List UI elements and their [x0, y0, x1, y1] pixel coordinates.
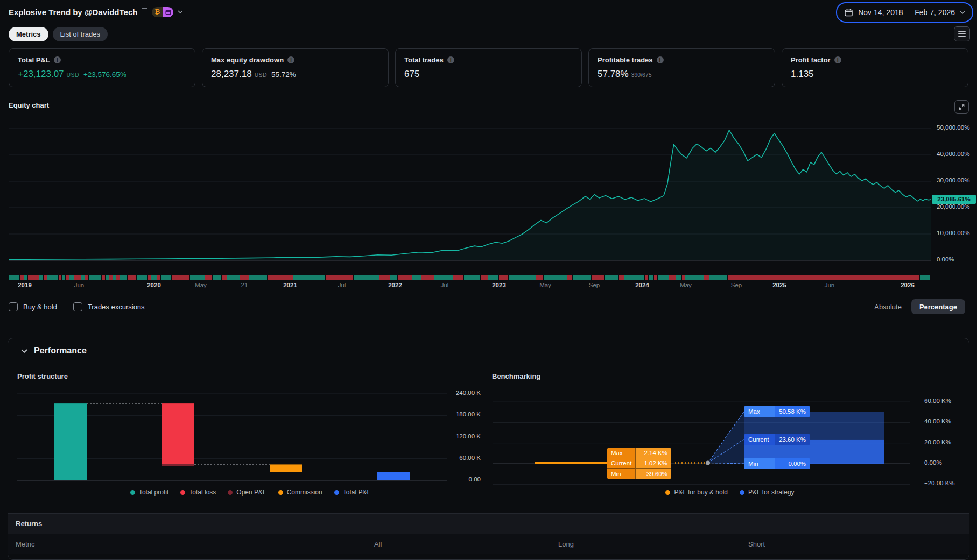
date-range-picker[interactable]: Nov 14, 2018 — Feb 7, 2026 [836, 2, 973, 23]
benchmark-y-tick: 60.00 K% [924, 398, 951, 404]
date-range-text: Nov 14, 2018 — Feb 7, 2026 [858, 8, 955, 17]
trade-streak-segment [682, 275, 686, 280]
buyhold-max-label: Max [607, 448, 635, 458]
stat-ratio: 390/675 [631, 72, 652, 78]
trade-streak-segment [102, 275, 106, 280]
trade-streak-segment [464, 275, 481, 280]
expand-icon [958, 103, 965, 111]
equity-x-tick: 2023 [492, 282, 506, 288]
performance-section: Performance Profit structure Benchmarkin… [8, 338, 969, 560]
stat-card-max-drawdown: Max equity drawdown i 28,237.18 USD 55.7… [202, 48, 389, 87]
trade-streak-segment [390, 275, 398, 280]
info-icon[interactable]: i [54, 56, 61, 63]
calendar-chip-icon [163, 7, 173, 17]
stat-secondary: 55.72% [271, 70, 296, 79]
trade-streak-segment [509, 275, 536, 280]
bar-open-pnl [162, 464, 194, 466]
bar-total-loss [162, 403, 194, 464]
trade-streak-segment [573, 275, 591, 280]
returns-title: Returns [16, 520, 42, 528]
info-icon[interactable]: i [287, 56, 294, 63]
equity-y-tick: 20,000.00% [937, 203, 969, 210]
strategy-fan-line [708, 440, 744, 463]
info-icon[interactable]: i [447, 56, 454, 63]
legend-dot-icon [278, 490, 283, 495]
trade-streak-segment [379, 275, 391, 280]
strategy-tag-chips[interactable]: ₿ [152, 7, 173, 17]
profit-y-tick: 120.00 K [443, 433, 481, 440]
legend-dot-icon [740, 490, 744, 495]
stat-card-profit-factor: Profit factor i 1.135 [782, 48, 968, 87]
calendar-icon [844, 8, 853, 17]
equity-y-tick: 30,000.00% [937, 177, 969, 183]
legend-label: Total P&L [343, 488, 370, 496]
buyhold-max-value: 2.14 K% [635, 448, 671, 458]
benchmarking-legend: P&L for buy & holdP&L for strategy [490, 488, 969, 496]
profit-structure-title: Profit structure [17, 372, 68, 380]
legend-item: P&L for buy & hold [665, 488, 728, 496]
stat-value: 1.135 [791, 69, 814, 80]
trade-streak-segment [9, 275, 20, 280]
legend-dot-icon [130, 490, 135, 495]
strategy-max-badge: Max 50.58 K% [744, 406, 810, 417]
trade-streak-segment [249, 275, 268, 280]
trade-streak-segment [421, 275, 434, 280]
trade-streak-segment [85, 275, 89, 280]
trade-streak-segment [728, 275, 920, 280]
buyhold-min-value: −39.60% [635, 469, 671, 479]
absolute-button[interactable]: Absolute [874, 303, 902, 311]
equity-x-tick: 21 [241, 282, 248, 288]
equity-chart [0, 113, 977, 274]
trade-streak-segment [81, 275, 85, 280]
returns-col-short: Short [748, 534, 765, 554]
percentage-button[interactable]: Percentage [911, 299, 965, 314]
equity-x-tick: May [539, 282, 551, 288]
trade-streak-segment [592, 275, 605, 280]
info-icon[interactable]: i [834, 56, 841, 63]
trade-streak-segment [59, 275, 62, 280]
buyhold-stats-table: Max 2.14 K% Current 1.02 K% Min −39.60% [607, 448, 671, 479]
trade-streak-segment [676, 275, 681, 280]
fullscreen-button[interactable] [954, 100, 969, 114]
equity-x-tick: 2024 [635, 282, 649, 288]
strategy-fan-line [708, 463, 744, 464]
lines-icon [958, 31, 966, 32]
page-title: Explosive Trend by @DaviddTech [9, 8, 137, 17]
tab-list-of-trades[interactable]: List of trades [53, 27, 108, 41]
equity-x-tick: 2022 [388, 282, 402, 288]
missing-glyph-icon [142, 8, 147, 16]
stat-label: Profit factor [791, 56, 831, 64]
equity-y-tick: 50,000.00% [937, 124, 969, 131]
equity-x-tick: Sep [589, 282, 600, 288]
equity-x-tick: Jun [74, 282, 85, 288]
returns-col-metric: Metric [16, 534, 34, 554]
stats-row: Total P&L i +23,123.07 USD +23,576.65% M… [9, 48, 968, 87]
equity-x-tick: 2025 [772, 282, 786, 288]
info-icon[interactable]: i [657, 56, 664, 63]
trade-streak-segment [268, 275, 293, 280]
trade-streak-segment [293, 275, 326, 280]
trade-streak-segment [74, 275, 82, 280]
trade-streak-segment [920, 275, 931, 280]
benchmarking-title: Benchmarking [492, 372, 540, 380]
trade-streak-bar [9, 275, 931, 280]
layout-button[interactable] [954, 26, 970, 41]
checkbox-buy-and-hold[interactable]: Buy & hold [9, 302, 57, 311]
collapse-chevron-icon [21, 349, 27, 353]
legend-label: Open P&L [236, 488, 266, 496]
trade-streak-segment [544, 275, 568, 280]
checkbox-icon [73, 302, 82, 311]
performance-header[interactable]: Performance [21, 346, 87, 356]
trade-streak-segment [161, 275, 172, 280]
tab-metrics[interactable]: Metrics [9, 27, 48, 41]
equity-x-tick: May [195, 282, 207, 288]
trade-streak-segment [227, 275, 240, 280]
benchmark-y-tick: 20.00 K% [924, 439, 951, 445]
equity-x-tick: Sep [731, 282, 742, 288]
buyhold-current-value: 1.02 K% [635, 458, 671, 469]
stat-unit: USD [67, 72, 79, 78]
checkbox-trades-excursions[interactable]: Trades excursions [73, 302, 145, 311]
stat-label: Total P&L [18, 56, 50, 64]
title-chevron-down-icon[interactable] [178, 10, 183, 13]
trade-streak-segment [536, 275, 544, 280]
